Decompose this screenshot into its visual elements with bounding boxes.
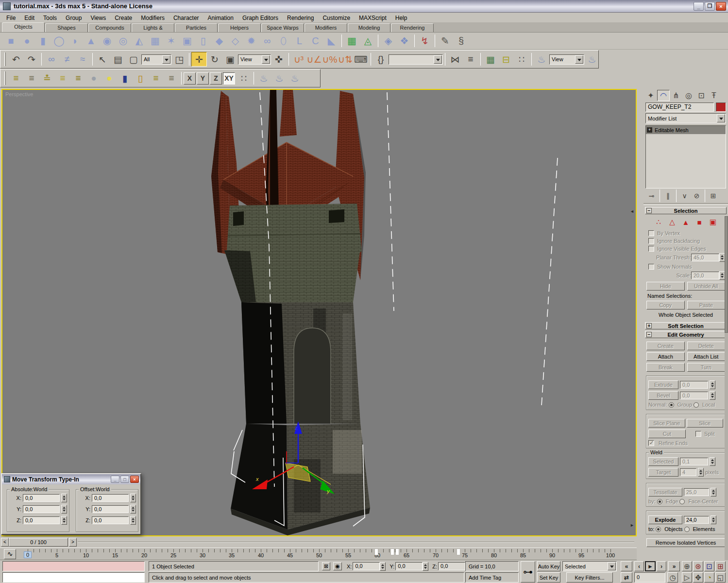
object-name-field[interactable]: GOW_KEEP_T2 (645, 103, 714, 112)
render-scene-shortcut-icon[interactable]: ♨ (256, 71, 271, 86)
panel-expand-arrow-icon[interactable]: ► (630, 523, 634, 528)
play-animation-button[interactable]: ► (645, 561, 656, 571)
spindle-icon[interactable]: ◆ (211, 34, 227, 48)
render-type-dropdown[interactable]: View (549, 54, 584, 65)
shelf-tab-objects[interactable]: Objects (2, 22, 45, 32)
restrict-plane-cycle-icon[interactable]: ∷ (236, 71, 252, 86)
modify-tab-icon[interactable]: ◠ (657, 90, 670, 101)
restrict-xy-plane-button[interactable]: XY (223, 72, 235, 85)
attach-button[interactable]: Attach (646, 352, 685, 361)
material-editor-icon[interactable]: ∷ (514, 52, 529, 67)
shelf-tab-particles[interactable]: Particles (175, 23, 218, 32)
unfreeze-layer-unlock-icon[interactable]: ▯ (133, 71, 148, 86)
rollout-selection-header[interactable]: − Selection (645, 207, 727, 214)
tessellate-button[interactable]: Tessellate (648, 488, 682, 497)
rollout-edit-geometry-header[interactable]: − Edit Geometry (645, 331, 727, 338)
bind-to-space-warp-icon[interactable]: ≈ (75, 52, 90, 67)
coordinate-y-field[interactable]: 0,0 (395, 562, 423, 570)
undo-icon[interactable]: ↶ (8, 52, 24, 67)
normals-scale-field[interactable]: 20,0 (691, 272, 719, 279)
toolbar-drag-handle[interactable] (4, 71, 6, 85)
spinner-snap-toggle-icon[interactable]: ∪⇅ (338, 52, 353, 67)
shelf-tab-shapes[interactable]: Shapes (45, 23, 88, 32)
zoom-extents-button[interactable]: ⊡ (704, 561, 714, 571)
coordinate-z-field[interactable]: 0,0 (438, 562, 465, 570)
refine-ends-checkbox[interactable] (648, 440, 654, 446)
shelf-tab-space-warps[interactable]: Space Warps (261, 23, 304, 32)
slice-button[interactable]: Slice (687, 419, 724, 428)
time-slider[interactable]: 0 / 100 (9, 538, 68, 547)
freeze-layer-lock-icon[interactable]: ▮ (117, 71, 133, 86)
bring-layer-forward-icon[interactable]: ≡ (148, 71, 164, 86)
dropdown-arrow-icon[interactable] (575, 55, 583, 64)
geosphere-icon[interactable]: ◉ (99, 34, 115, 48)
chamfer-box-icon[interactable]: ▣ (179, 34, 195, 48)
close-button[interactable]: × (716, 2, 726, 11)
auto-key-button[interactable]: Auto Key (537, 561, 560, 571)
box-icon[interactable]: ■ (3, 34, 19, 48)
weld-target-field[interactable]: 4 (680, 468, 696, 476)
percent-snap-toggle-icon[interactable]: ∪% (322, 52, 338, 67)
menu-item-edit[interactable]: Edit (20, 14, 39, 22)
cylinder-icon[interactable]: ▮ (35, 34, 51, 48)
add-selection-to-layer-icon[interactable]: ≛ (39, 71, 55, 86)
redo-icon[interactable]: ↷ (24, 52, 39, 67)
key-mode-toggle[interactable]: ⇄ (621, 572, 632, 583)
trackbar-key-marker[interactable] (374, 549, 378, 555)
plane-icon[interactable]: ▦ (147, 34, 163, 48)
angle-snap-toggle-icon[interactable]: ∪∠ (306, 52, 322, 67)
modifier-list-dropdown[interactable]: Modifier List (645, 113, 726, 123)
airbrush-icon[interactable]: ✎ (437, 34, 453, 48)
rollout-soft-selection-header[interactable]: + Soft Selection (645, 322, 727, 329)
make-unique-icon[interactable]: ∨ (678, 191, 691, 201)
polygon-subobject-icon[interactable]: ■ (694, 217, 705, 227)
restrict-z-button[interactable]: Z (210, 72, 222, 85)
select-objects-in-layer-icon[interactable]: ≡ (55, 71, 70, 86)
tessellate-field[interactable]: 25,0 (684, 488, 709, 496)
break-button[interactable]: Break (646, 363, 685, 372)
hide-button[interactable]: Hide (646, 282, 685, 291)
bevel-spinner[interactable] (710, 391, 715, 400)
layer-on-bulb-icon[interactable]: ● (102, 71, 117, 86)
split-checkbox[interactable] (695, 431, 701, 437)
previous-frame-arrow[interactable]: < (1, 538, 9, 547)
offset-x-field[interactable]: 0,0 (92, 494, 129, 502)
panel-scrollbar[interactable] (725, 216, 728, 581)
sphere-icon[interactable]: ● (19, 34, 35, 48)
keyboard-shortcut-override-icon[interactable]: ⌨ (353, 52, 369, 67)
pyramid-icon[interactable]: ◭ (131, 34, 147, 48)
shelf-tab-helpers[interactable]: Helpers (218, 23, 261, 32)
weld-target-button[interactable]: Target (648, 468, 678, 477)
shelf-tab-modeling[interactable]: Modeling (348, 23, 390, 32)
schematic-view-icon[interactable]: ⊟ (498, 52, 514, 67)
mirror-icon[interactable]: ⋈ (447, 52, 463, 67)
viewport-label[interactable]: Perspective (5, 91, 33, 97)
element-subobject-icon[interactable]: ▣ (708, 217, 718, 227)
explode-spinner[interactable] (711, 515, 716, 524)
weld-selected-field[interactable]: 0,1 (680, 458, 708, 465)
dropdown-arrow-icon[interactable] (162, 55, 170, 64)
render-last-icon[interactable]: ♨ (271, 71, 287, 86)
extrude-button[interactable]: Extrude (648, 380, 678, 389)
trackbar-key-marker[interactable] (395, 549, 399, 555)
restore-button[interactable]: ❐ (705, 2, 715, 11)
teapot-icon[interactable]: ◗ (67, 34, 83, 48)
menu-item-rendering[interactable]: Rendering (283, 14, 318, 22)
create-button[interactable]: Create (646, 342, 685, 350)
motion-tab-icon[interactable]: ◎ (682, 90, 695, 101)
offset-y-field[interactable]: 0,0 (92, 505, 129, 513)
dropdown-arrow-icon[interactable] (717, 114, 725, 122)
configure-modifier-sets-icon[interactable]: ⊞ (707, 191, 719, 201)
normal-group-radio[interactable] (669, 402, 674, 408)
time-slider-track[interactable] (78, 542, 634, 543)
spring-icon[interactable]: § (453, 34, 469, 48)
dropdown-arrow-icon[interactable] (608, 562, 616, 570)
extrude-spinner[interactable] (710, 380, 715, 389)
restrict-x-button[interactable]: X (184, 72, 196, 85)
collapse-icon[interactable]: − (646, 332, 652, 337)
reference-coordinate-dropdown[interactable]: View (238, 54, 271, 65)
absolute-x-spinner[interactable] (61, 494, 67, 502)
min-max-toggle-button[interactable]: ◱ (715, 572, 726, 583)
turn-button[interactable]: Turn (687, 363, 726, 372)
dialog-title-bar[interactable]: Move Transform Type-In _ □ × (2, 474, 140, 484)
